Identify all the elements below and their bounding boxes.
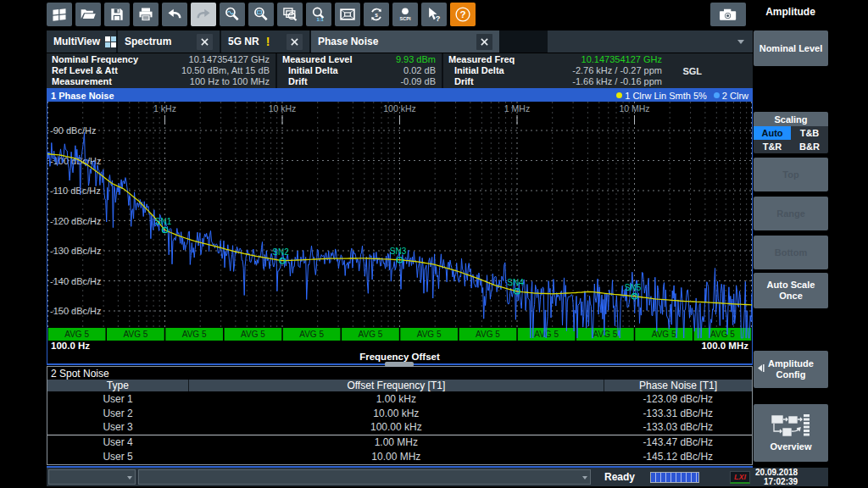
info-row: Measured Level9.93 dBm <box>282 54 436 65</box>
camera-icon <box>717 6 739 23</box>
help-button[interactable]: ? <box>450 3 476 26</box>
svg-text:?: ? <box>459 8 465 19</box>
nominal-level-button[interactable]: Nominal Level <box>754 30 828 66</box>
scaling-label: Scaling <box>754 112 828 126</box>
datetime-display: 20.09.2018 17:02:39 <box>755 468 798 486</box>
fit-window-icon <box>339 6 356 23</box>
auto-scale-once-button[interactable]: Auto Scale Once <box>754 273 828 308</box>
table-row[interactable]: User 41.00 MHz-143.47 dBc/Hz <box>47 435 752 449</box>
top-button[interactable]: Top <box>754 158 828 191</box>
phase-noise-plot[interactable]: 1 kHz10 kHz100 kHz1 MHz10 MHz-90 dBc/Hz-… <box>47 102 752 341</box>
svg-text:AVG 5: AVG 5 <box>299 330 324 339</box>
screenshot-button[interactable] <box>710 3 746 26</box>
fit-window-button[interactable] <box>335 3 360 26</box>
tab-spectrum[interactable]: Spectrum <box>118 30 220 53</box>
info-label: Measurement <box>52 76 112 87</box>
open-file-button[interactable] <box>75 3 101 26</box>
tab-phase-noise[interactable]: Phase Noise <box>311 30 499 53</box>
tab-label: 5G NR <box>228 36 259 47</box>
single-sweep-badge: SGL <box>682 66 702 76</box>
channel-tab-bar: MultiView Spectrum 5G NR ! Phase Noise <box>47 30 753 53</box>
phase-noise-window[interactable]: 1 Phase Noise 1 Clrw Lin Smth 5%2 Clrw 1… <box>47 88 753 365</box>
svg-text:AVG 5: AVG 5 <box>241 330 265 339</box>
x-axis-stop-label: 100.0 MHz <box>701 341 748 351</box>
spot-noise-marker-label: SN3 <box>390 247 407 256</box>
save-button[interactable] <box>104 3 130 26</box>
amplitude-config-button[interactable]: Amplitude Config <box>754 351 828 388</box>
tab-multiview[interactable]: MultiView <box>47 30 116 53</box>
info-label: Initial Delta <box>448 65 504 76</box>
trace-legend: 1 Clrw Lin Smth 5%2 Clrw <box>616 91 748 101</box>
tab-list-dropdown-icon[interactable] <box>737 40 744 44</box>
zoom-one-to-one-button[interactable]: 1:1 <box>306 3 331 26</box>
svg-text:SCPI: SCPI <box>400 16 411 21</box>
overview-button[interactable]: Overview <box>754 404 828 462</box>
windows-menu-button[interactable] <box>47 3 72 26</box>
sync-refresh-icon: s <box>368 6 385 23</box>
svg-text:-130 dBc/Hz: -130 dBc/Hz <box>50 246 102 256</box>
zoom-trace-button[interactable] <box>220 3 245 26</box>
scaling-option-tandr[interactable]: T&R <box>754 140 791 153</box>
column-header: Type <box>47 380 188 391</box>
spot-noise-window[interactable]: 2 Spot Noise TypeOffset Frequency [T1]Ph… <box>47 366 753 465</box>
table-row[interactable]: User 210.00 kHz-133.31 dBc/Hz <box>47 406 752 420</box>
tab-5g-nr[interactable]: 5G NR ! <box>221 30 309 53</box>
undo-arrow-icon <box>166 6 183 23</box>
table-row[interactable]: User 510.00 MHz-145.12 dBc/Hz <box>47 449 752 463</box>
spot-noise-table: TypeOffset Frequency [T1]Phase Noise [T1… <box>47 380 752 463</box>
scpi-recorder-button[interactable]: SCPI <box>392 3 418 26</box>
table-row[interactable]: User 11.00 kHz-123.09 dBc/Hz <box>47 391 752 406</box>
window-splitter-handle[interactable] <box>385 362 414 367</box>
zoom-trace-icon <box>224 6 241 23</box>
info-row: Drift-1.66 kHz / -0.16 ppm <box>448 76 745 87</box>
svg-text:-110 dBc/Hz: -110 dBc/Hz <box>50 186 101 196</box>
scaling-option-bandr[interactable]: B&R <box>791 140 828 153</box>
scaling-option-tandb[interactable]: T&B <box>791 126 828 140</box>
chevron-down-icon <box>582 476 587 480</box>
svg-text:AVG 5: AVG 5 <box>182 330 207 339</box>
window-title: 2 Spot Noise <box>47 367 752 380</box>
context-help-button[interactable]: ? <box>421 3 447 26</box>
sidebar-title: Amplitude <box>753 6 828 18</box>
bottom-button[interactable]: Bottom <box>754 236 828 269</box>
table-row[interactable]: User 3100.00 kHz-133.03 dBc/Hz <box>47 420 752 435</box>
tab-label: Phase Noise <box>318 36 378 47</box>
scpi-icon: SCPI <box>397 6 414 23</box>
trace-legend-label: 1 Clrw Lin Smth 5% <box>625 91 707 101</box>
scaling-option-auto[interactable]: Auto <box>754 126 791 140</box>
info-value: 10.50 dBm, Att 15 dB <box>181 65 270 76</box>
svg-text:10 MHz: 10 MHz <box>619 103 649 114</box>
info-label: Drift <box>448 76 474 87</box>
close-icon[interactable] <box>197 34 213 50</box>
tab-label: MultiView <box>53 36 100 47</box>
svg-text:?: ? <box>436 14 441 23</box>
info-value: 10.147354127 GHz <box>189 54 270 65</box>
tab-bar-filler <box>548 30 753 53</box>
sweep-progress-bar <box>650 472 699 483</box>
zoom-multi-window-button[interactable] <box>277 3 303 26</box>
window-title-bar[interactable]: 1 Phase Noise 1 Clrw Lin Smth 5%2 Clrw <box>47 89 752 102</box>
windows-logo-icon <box>51 6 68 23</box>
range-button[interactable]: Range <box>754 197 828 230</box>
close-icon[interactable] <box>476 34 492 50</box>
status-bar: Ready LXI 20.09.2018 17:02:39 <box>47 468 828 486</box>
table-cell: User 5 <box>47 449 188 463</box>
svg-text:AVG 5: AVG 5 <box>652 330 676 339</box>
print-button[interactable] <box>133 3 159 26</box>
status-message-dropdown[interactable] <box>138 469 591 485</box>
time-label: 17:02:39 <box>764 477 798 486</box>
status-dropdown-small[interactable] <box>48 469 136 485</box>
undo-button[interactable] <box>162 3 187 26</box>
close-icon[interactable] <box>287 34 303 50</box>
zoom-one-to-one-icon: 1:1 <box>310 6 327 23</box>
collapse-arrow-icon <box>757 363 765 376</box>
zoom-selection-button[interactable] <box>248 3 274 26</box>
column-header: Phase Noise [T1] <box>604 380 752 391</box>
sync-refresh-button[interactable]: s <box>364 3 389 26</box>
spot-noise-marker-label: SN2 <box>272 247 289 257</box>
table-cell: -123.09 dBc/Hz <box>604 391 752 406</box>
table-cell: User 2 <box>47 406 188 420</box>
trace-legend-item: 1 Clrw Lin Smth 5% <box>616 91 707 101</box>
redo-button[interactable] <box>191 3 216 26</box>
info-row: Drift-0.09 dB <box>282 76 436 87</box>
